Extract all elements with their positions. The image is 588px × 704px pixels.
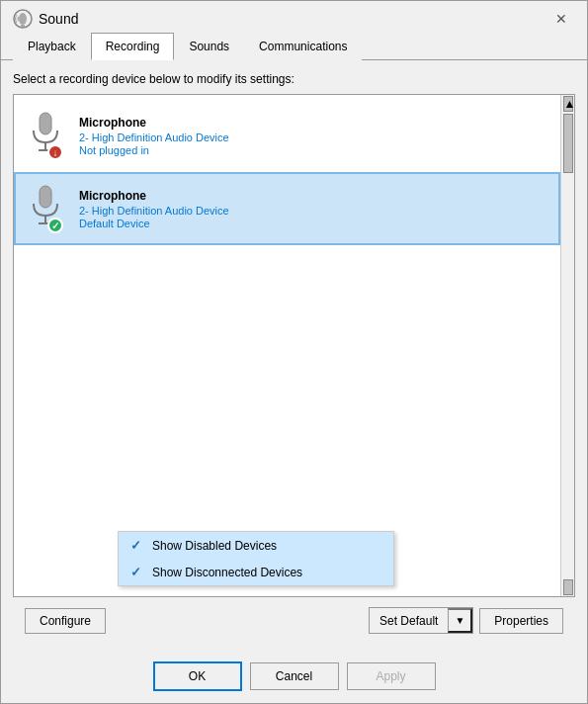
svg-point-1 bbox=[19, 13, 27, 25]
configure-button[interactable]: Configure bbox=[25, 608, 106, 634]
bottom-action-buttons: Configure Set Default ▼ Properties bbox=[13, 597, 575, 642]
close-button[interactable]: ✕ bbox=[547, 9, 575, 29]
properties-button[interactable]: Properties bbox=[479, 608, 563, 634]
ok-button[interactable]: OK bbox=[153, 661, 242, 691]
set-default-dropdown-arrow[interactable]: ▼ bbox=[448, 608, 472, 633]
device-sub-1: 2- High Definition Audio Device bbox=[79, 132, 546, 143]
sound-dialog: Sound ✕ Playback Recording Sounds Commun… bbox=[0, 0, 588, 704]
scrollbar-up-arrow[interactable]: ▲ bbox=[563, 96, 573, 112]
device-list-container: ↓ Microphone 2- High Definition Audio De… bbox=[13, 94, 575, 597]
device-icon-wrap-1: ↓ bbox=[28, 111, 69, 160]
instruction-text: Select a recording device below to modif… bbox=[13, 72, 575, 86]
tab-sounds[interactable]: Sounds bbox=[174, 33, 244, 60]
device-info-1: Microphone 2- High Definition Audio Devi… bbox=[79, 116, 546, 156]
device-name-1: Microphone bbox=[79, 116, 546, 130]
context-menu-item-disconnected[interactable]: ✓ Show Disconnected Devices bbox=[119, 559, 393, 585]
scrollbar-track[interactable]: ▲ bbox=[560, 95, 574, 596]
svg-rect-2 bbox=[21, 25, 25, 27]
dialog-title: Sound bbox=[39, 11, 78, 27]
scrollbar-down-arrow[interactable] bbox=[563, 579, 573, 595]
device-name-2: Microphone bbox=[79, 189, 546, 203]
status-badge-ok-2: ✓ bbox=[47, 218, 63, 233]
device-info-2: Microphone 2- High Definition Audio Devi… bbox=[79, 189, 546, 229]
dialog-footer: OK Cancel Apply bbox=[1, 654, 587, 703]
context-menu-label-2: Show Disconnected Devices bbox=[152, 566, 302, 579]
set-default-split-button: Set Default ▼ bbox=[369, 607, 473, 634]
device-list: ↓ Microphone 2- High Definition Audio De… bbox=[14, 95, 560, 596]
scrollbar-thumb[interactable] bbox=[563, 114, 573, 173]
device-icon-wrap-2: ✓ bbox=[28, 184, 69, 233]
title-bar: Sound ✕ bbox=[1, 1, 587, 33]
dialog-content: Select a recording device below to modif… bbox=[1, 60, 587, 654]
cancel-button[interactable]: Cancel bbox=[250, 662, 339, 690]
device-sub-2: 2- High Definition Audio Device bbox=[79, 205, 546, 217]
tab-bar: Playback Recording Sounds Communications bbox=[1, 33, 587, 60]
tab-recording[interactable]: Recording bbox=[91, 33, 175, 60]
device-list-inner: ↓ Microphone 2- High Definition Audio De… bbox=[14, 95, 574, 596]
set-default-button[interactable]: Set Default bbox=[370, 608, 448, 633]
context-menu-item-disabled[interactable]: ✓ Show Disabled Devices bbox=[119, 532, 393, 559]
device-status-1: Not plugged in bbox=[79, 144, 546, 156]
device-status-2: Default Device bbox=[79, 218, 546, 229]
check-mark-1: ✓ bbox=[130, 538, 152, 553]
tab-communications[interactable]: Communications bbox=[244, 33, 362, 60]
device-item-2[interactable]: ✓ Microphone 2- High Definition Audio De… bbox=[14, 172, 560, 245]
sound-icon bbox=[13, 9, 33, 29]
apply-button[interactable]: Apply bbox=[347, 662, 436, 690]
svg-rect-3 bbox=[40, 113, 51, 134]
tab-playback[interactable]: Playback bbox=[13, 33, 91, 60]
svg-rect-6 bbox=[40, 186, 51, 208]
status-badge-error-1: ↓ bbox=[47, 144, 63, 160]
context-menu: ✓ Show Disabled Devices ✓ Show Disconnec… bbox=[118, 531, 394, 586]
context-menu-label-1: Show Disabled Devices bbox=[152, 539, 277, 553]
device-item-1[interactable]: ↓ Microphone 2- High Definition Audio De… bbox=[14, 99, 560, 172]
check-mark-2: ✓ bbox=[130, 565, 152, 579]
title-bar-left: Sound bbox=[13, 9, 78, 29]
